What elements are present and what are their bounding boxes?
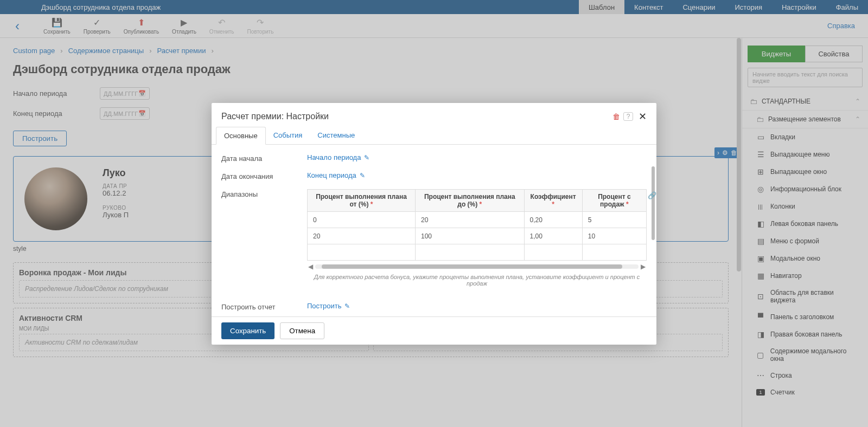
delete-icon[interactable]: 🗑 — [612, 112, 620, 121]
modal-overlay[interactable]: Расчет премии: Настройки 🗑 ? ✕ Основные … — [0, 0, 868, 427]
edit-icon[interactable]: ✎ — [364, 154, 369, 161]
edit-icon[interactable]: ✎ — [360, 172, 365, 179]
start-date-value[interactable]: Начало периода✎ — [307, 153, 369, 161]
link-icon[interactable]: 🔗 — [648, 191, 656, 199]
table-row: 0200,205 — [308, 212, 647, 228]
modal-tab-main[interactable]: Основные — [216, 127, 266, 145]
build-report-value[interactable]: Построить✎ — [307, 302, 350, 310]
help-icon[interactable]: ? — [623, 112, 633, 121]
modal-tab-events[interactable]: События — [266, 127, 310, 144]
col-plan-to: Процент выполнения плана до (%) * — [415, 190, 524, 212]
ranges-label: Диапазоны — [221, 189, 307, 198]
start-date-label: Дата начала — [221, 153, 307, 163]
modal-title: Расчет премии: Настройки — [221, 112, 609, 121]
col-coeff: Коэффициент * — [524, 190, 582, 212]
col-plan-from: Процент выполнения плана от (%) * — [308, 190, 416, 212]
scroll-left-icon[interactable]: ◀ — [307, 263, 314, 270]
ranges-note: Для корректного расчета бонуса, укажите … — [307, 274, 647, 287]
edit-icon[interactable]: ✎ — [344, 302, 350, 310]
col-sales-pct: Процент с продаж * — [582, 190, 646, 212]
ranges-table[interactable]: Процент выполнения плана от (%) * Процен… — [307, 189, 647, 261]
table-row: 201001,0010 — [308, 228, 647, 244]
settings-modal: Расчет премии: Настройки 🗑 ? ✕ Основные … — [212, 103, 656, 345]
scroll-right-icon[interactable]: ▶ — [640, 263, 647, 270]
modal-save-button[interactable]: Сохранить — [221, 322, 275, 339]
modal-cancel-button[interactable]: Отмена — [280, 322, 324, 339]
modal-scrollbar[interactable] — [652, 166, 655, 289]
table-row — [308, 244, 647, 261]
build-report-label: Построить отчет — [221, 302, 307, 311]
end-date-value[interactable]: Конец периода✎ — [307, 171, 365, 179]
modal-tab-system[interactable]: Системные — [310, 127, 362, 144]
close-icon[interactable]: ✕ — [639, 111, 647, 122]
table-hscroll[interactable]: ◀ ▶ — [307, 263, 647, 270]
end-date-label: Дата окончания — [221, 171, 307, 180]
